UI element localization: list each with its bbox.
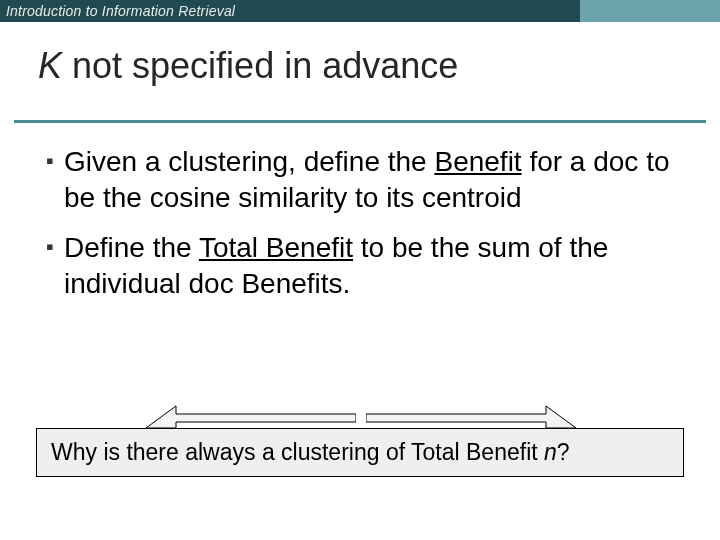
title-k: K bbox=[38, 45, 62, 86]
top-bar: Introduction to Information Retrieval bbox=[0, 0, 720, 22]
bullet-underlined: Benefit bbox=[434, 146, 521, 177]
title-rest: not specified in advance bbox=[62, 45, 458, 86]
bullet-pre: Define the bbox=[64, 232, 199, 263]
arrow-left-icon bbox=[146, 394, 356, 428]
bullet-text: Given a clustering, define the Benefit f… bbox=[64, 144, 674, 216]
slide-title: K not specified in advance bbox=[38, 46, 682, 86]
bullet-marker-icon: ▪ bbox=[46, 144, 64, 216]
top-bar-accent bbox=[580, 0, 720, 22]
svg-marker-0 bbox=[146, 406, 356, 428]
callout-box: Why is there always a clustering of Tota… bbox=[36, 428, 684, 477]
body: ▪ Given a clustering, define the Benefit… bbox=[46, 144, 674, 316]
callout-arrows bbox=[36, 394, 684, 428]
bullet-underlined: Total Benefit bbox=[199, 232, 353, 263]
title-rule bbox=[14, 120, 706, 123]
slide: Introduction to Information Retrieval K … bbox=[0, 0, 720, 540]
callout-text-2: ? bbox=[557, 439, 570, 465]
callout-n: n bbox=[544, 439, 557, 465]
bullet-item: ▪ Given a clustering, define the Benefit… bbox=[46, 144, 674, 216]
course-tag: Introduction to Information Retrieval bbox=[6, 3, 235, 19]
bullet-pre: Given a clustering, define the bbox=[64, 146, 434, 177]
bullet-item: ▪ Define the Total Benefit to be the sum… bbox=[46, 230, 674, 302]
top-bar-dark: Introduction to Information Retrieval bbox=[0, 0, 580, 22]
title-block: K not specified in advance bbox=[38, 46, 682, 86]
svg-marker-1 bbox=[366, 406, 576, 428]
arrow-right-icon bbox=[366, 394, 576, 428]
bullet-marker-icon: ▪ bbox=[46, 230, 64, 302]
bullet-text: Define the Total Benefit to be the sum o… bbox=[64, 230, 674, 302]
callout: Why is there always a clustering of Tota… bbox=[36, 394, 684, 477]
callout-text-1: Why is there always a clustering of Tota… bbox=[51, 439, 544, 465]
